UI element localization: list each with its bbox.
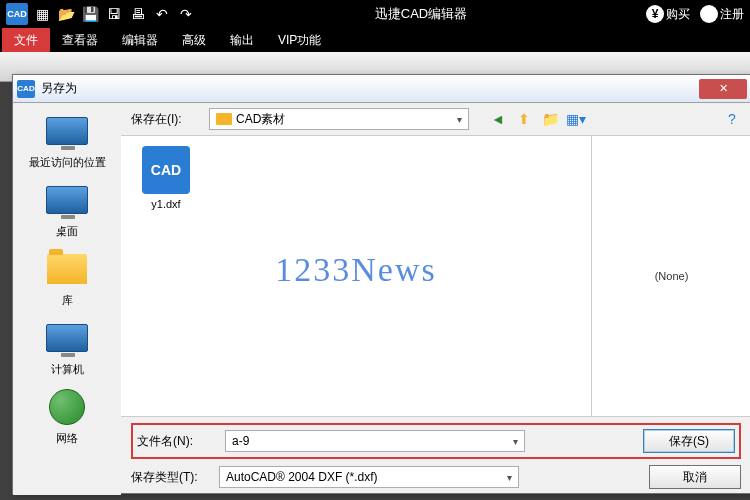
- preview-none-text: (None): [655, 270, 689, 282]
- menubar: 文件 查看器 编辑器 高级 输出 VIP功能: [0, 28, 750, 52]
- file-label: y1.dxf: [151, 198, 180, 210]
- print-icon[interactable]: 🖶: [128, 4, 148, 24]
- dialog-title: 另存为: [41, 80, 699, 97]
- watermark: 1233News: [275, 251, 436, 289]
- place-network[interactable]: 网络: [43, 387, 91, 446]
- bottom-rows: 文件名(N): a-9 保存(S) 保存类型(T): AutoCAD® 2004…: [121, 417, 750, 495]
- cad-file-icon: CAD: [142, 146, 190, 194]
- place-libraries[interactable]: 库: [43, 249, 91, 308]
- register-button[interactable]: 注册: [700, 5, 744, 23]
- place-label: 网络: [56, 431, 78, 446]
- quick-access-toolbar: CAD ▦ 📂 💾 🖫 🖶 ↶ ↷: [6, 3, 196, 25]
- app-logo-icon: CAD: [6, 3, 28, 25]
- location-row: 保存在(I): CAD素材 ◄ ⬆ 📁 ▦▾ ?: [121, 103, 750, 135]
- app-title: 迅捷CAD编辑器: [196, 5, 646, 23]
- app-titlebar: CAD ▦ 📂 💾 🖫 🖶 ↶ ↷ 迅捷CAD编辑器 ¥ 购买 注册: [0, 0, 750, 28]
- tab-file[interactable]: 文件: [2, 28, 50, 52]
- places-bar: 最近访问的位置 桌面 库 计算机 网络: [13, 103, 121, 495]
- back-icon[interactable]: ◄: [489, 110, 507, 128]
- tab-viewer[interactable]: 查看器: [50, 28, 110, 52]
- nav-icons: ◄ ⬆ 📁 ▦▾: [489, 110, 585, 128]
- globe-icon: [49, 389, 85, 425]
- yen-icon: ¥: [646, 5, 664, 23]
- redo-icon[interactable]: ↷: [176, 4, 196, 24]
- user-icon: [700, 5, 718, 23]
- file-list-area[interactable]: CAD y1.dxf 1233News: [121, 136, 591, 416]
- new-icon[interactable]: ▦: [32, 4, 52, 24]
- tab-advanced[interactable]: 高级: [170, 28, 218, 52]
- filename-label: 文件名(N):: [137, 433, 217, 450]
- dialog-titlebar: CAD 另存为 ✕: [13, 75, 750, 103]
- saveas-icon[interactable]: 🖫: [104, 4, 124, 24]
- filename-input[interactable]: a-9: [225, 430, 525, 452]
- undo-icon[interactable]: ↶: [152, 4, 172, 24]
- dialog-main: 保存在(I): CAD素材 ◄ ⬆ 📁 ▦▾ ? CAD y1.dxf 1233…: [121, 103, 750, 495]
- monitor-icon: [46, 324, 88, 352]
- newfolder-icon[interactable]: 📁: [541, 110, 559, 128]
- titlebar-right: ¥ 购买 注册: [646, 5, 744, 23]
- help-icon[interactable]: ?: [723, 110, 741, 128]
- save-button[interactable]: 保存(S): [643, 429, 735, 453]
- filetype-combo[interactable]: AutoCAD® 2004 DXF (*.dxf): [219, 466, 519, 488]
- folder-mini-icon: [216, 113, 232, 125]
- folder-icon: [47, 254, 87, 284]
- tab-editor[interactable]: 编辑器: [110, 28, 170, 52]
- place-label: 桌面: [56, 224, 78, 239]
- cancel-button[interactable]: 取消: [649, 465, 741, 489]
- preview-pane: (None): [591, 136, 750, 416]
- tab-output[interactable]: 输出: [218, 28, 266, 52]
- filename-value: a-9: [232, 434, 249, 448]
- open-icon[interactable]: 📂: [56, 4, 76, 24]
- save-icon[interactable]: 💾: [80, 4, 100, 24]
- place-desktop[interactable]: 桌面: [43, 180, 91, 239]
- place-label: 库: [62, 293, 73, 308]
- viewmenu-icon[interactable]: ▦▾: [567, 110, 585, 128]
- place-label: 计算机: [51, 362, 84, 377]
- monitor-icon: [46, 186, 88, 214]
- save-in-label: 保存在(I):: [131, 111, 201, 128]
- place-label: 最近访问的位置: [29, 155, 106, 170]
- file-item[interactable]: CAD y1.dxf: [131, 146, 201, 210]
- filetype-label: 保存类型(T):: [131, 469, 211, 486]
- save-as-dialog: CAD 另存为 ✕ 最近访问的位置 桌面 库 计算机 网络 保存在(I): CA…: [12, 74, 750, 494]
- tab-vip[interactable]: VIP功能: [266, 28, 333, 52]
- dialog-close-button[interactable]: ✕: [699, 79, 747, 99]
- buy-label: 购买: [666, 6, 690, 23]
- place-recent[interactable]: 最近访问的位置: [29, 111, 106, 170]
- filetype-value: AutoCAD® 2004 DXF (*.dxf): [226, 470, 378, 484]
- monitor-icon: [46, 117, 88, 145]
- save-in-combo[interactable]: CAD素材: [209, 108, 469, 130]
- place-computer[interactable]: 计算机: [43, 318, 91, 377]
- filename-highlight: 文件名(N): a-9 保存(S): [131, 423, 741, 459]
- save-in-value: CAD素材: [236, 111, 285, 128]
- register-label: 注册: [720, 6, 744, 23]
- buy-button[interactable]: ¥ 购买: [646, 5, 690, 23]
- dialog-app-icon: CAD: [17, 80, 35, 98]
- up-icon[interactable]: ⬆: [515, 110, 533, 128]
